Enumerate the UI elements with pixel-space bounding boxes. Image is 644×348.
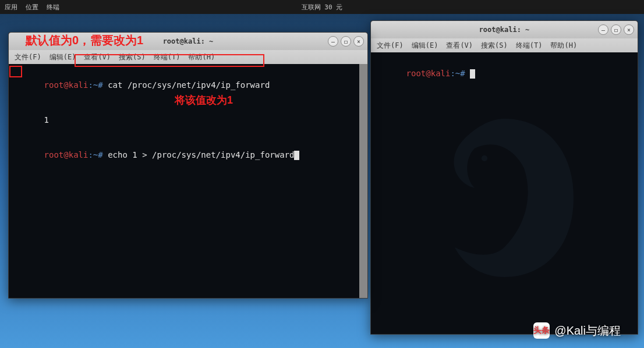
- close-button[interactable]: ×: [624, 24, 634, 35]
- menu-search[interactable]: 搜索(S): [481, 41, 508, 51]
- scrollbar[interactable]: [359, 64, 367, 298]
- watermark-handle: @Kali与编程: [554, 323, 621, 339]
- window-title: root@kali: ~: [376, 26, 633, 34]
- menu-edit[interactable]: 编辑(E): [412, 41, 438, 51]
- cursor-icon: [294, 151, 299, 160]
- panel-terminal[interactable]: 终端: [47, 3, 59, 12]
- highlight-box-output: [9, 66, 22, 77]
- cursor-icon: [470, 69, 475, 79]
- annotation-mid: 将该值改为1: [175, 93, 233, 107]
- menu-terminal[interactable]: 终端(T): [516, 41, 543, 51]
- prompt-user: root@kali: [44, 80, 89, 90]
- minimize-button[interactable]: –: [328, 36, 338, 47]
- annotation-top: 默认值为0，需要改为1: [26, 33, 143, 48]
- terminal-window-right[interactable]: root@kali: ~ – ◻ × 文件(F) 编辑(E) 查看(V) 搜索(…: [370, 20, 638, 335]
- command-text: [465, 69, 470, 78]
- command-output: 1: [44, 115, 49, 125]
- maximize-button[interactable]: ◻: [341, 36, 351, 47]
- minimize-button[interactable]: –: [598, 24, 608, 35]
- prompt-path: :~#: [88, 150, 102, 159]
- prompt-path: :~#: [450, 69, 465, 78]
- svg-point-0: [482, 155, 487, 161]
- prompt-user: root@kali: [406, 69, 451, 78]
- prompt-user: root@kali: [44, 150, 89, 159]
- top-panel: 应用 位置 终端 互联网 30 元: [0, 0, 644, 14]
- menu-edit[interactable]: 编辑(E): [49, 52, 76, 62]
- panel-places[interactable]: 位置: [26, 3, 38, 12]
- command-text: cat /proc/sys/net/ipv4/ip_forward: [103, 80, 270, 90]
- panel-clock: 互联网 30 元: [302, 3, 343, 12]
- prompt-path: :~#: [88, 80, 102, 90]
- terminal-body-right[interactable]: root@kali:~#: [371, 52, 638, 334]
- menubar-right: 文件(F) 编辑(E) 查看(V) 搜索(S) 终端(T) 帮助(H): [371, 38, 638, 52]
- command-text: echo 1 > /proc/sys/net/ipv4/ip_forward: [103, 150, 295, 159]
- close-button[interactable]: ×: [353, 36, 364, 47]
- menu-file[interactable]: 文件(F): [15, 52, 41, 62]
- menu-view[interactable]: 查看(V): [446, 41, 473, 51]
- maximize-button[interactable]: ◻: [611, 24, 621, 35]
- scroll-thumb[interactable]: [359, 64, 367, 298]
- terminal-window-left[interactable]: root@kali: ~ – ◻ × 文件(F) 编辑(E) 查看(V) 搜索(…: [8, 32, 368, 299]
- menu-file[interactable]: 文件(F): [377, 41, 404, 51]
- toutiao-icon: 头条: [533, 322, 550, 339]
- titlebar-right[interactable]: root@kali: ~ – ◻ ×: [371, 21, 638, 38]
- highlight-box-command: [75, 54, 264, 67]
- menu-help[interactable]: 帮助(H): [550, 41, 577, 51]
- watermark: 头条 @Kali与编程: [533, 322, 621, 339]
- dragon-logo-icon: [405, 99, 603, 297]
- panel-apps[interactable]: 应用: [5, 3, 17, 12]
